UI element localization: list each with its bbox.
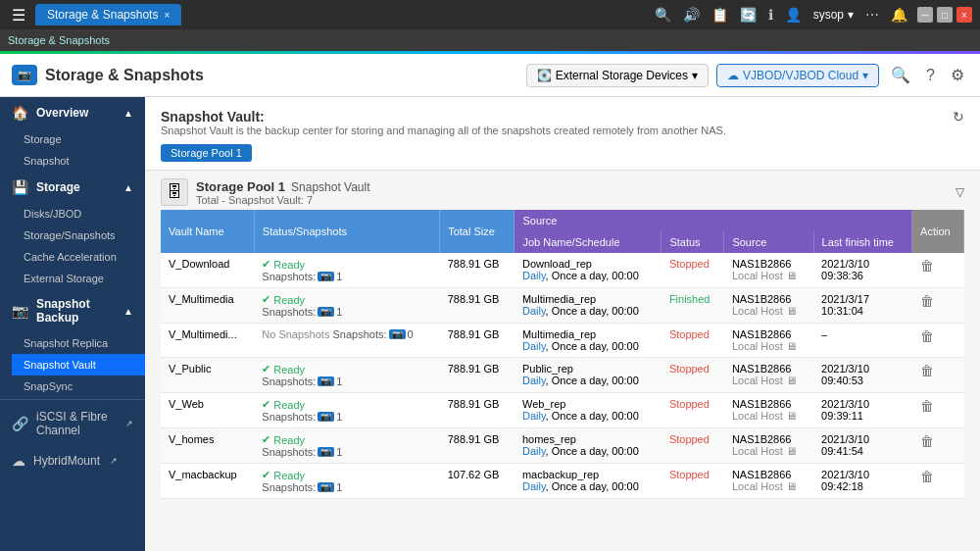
- status-cell: ✔ Ready Snapshots: 📷 1: [254, 288, 439, 324]
- vault-name-cell: V_macbackup: [161, 464, 254, 499]
- delete-icon[interactable]: 🗑: [920, 328, 934, 344]
- sidebar-item-snapshot-vault[interactable]: Snapshot Vault: [12, 354, 145, 376]
- vault-name-cell: V_homes: [161, 428, 254, 464]
- sidebar-item-cache-acceleration[interactable]: Cache Acceleration: [12, 246, 145, 268]
- delete-icon[interactable]: 🗑: [920, 258, 934, 274]
- delete-icon[interactable]: 🗑: [920, 433, 934, 449]
- job-status-cell: Finished: [662, 288, 724, 324]
- overview-label: Overview: [36, 106, 88, 120]
- vault-name-cell: V_Public: [161, 358, 254, 393]
- last-finish-date: 2021/3/10: [821, 258, 904, 270]
- volume-icon[interactable]: 🔊: [683, 7, 700, 23]
- search-button[interactable]: 🔍: [887, 62, 914, 88]
- user-info: sysop ▾: [813, 8, 854, 22]
- total-size-cell: 788.91 GB: [440, 253, 514, 288]
- sidebar-overview-items: Storage Snapshot: [0, 128, 145, 172]
- sidebar-item-hybridmount[interactable]: ☁ HybridMount ↗: [0, 445, 145, 476]
- schedule: Daily, Once a day, 00:00: [522, 445, 654, 457]
- snapshot-count: Snapshots: 📷 1: [262, 306, 342, 318]
- user-icon[interactable]: 👤: [785, 7, 802, 23]
- app-title: Storage & Snapshots: [45, 67, 526, 84]
- last-finish-time: 10:31:04: [821, 305, 904, 317]
- job-name-cell: Public_rep Daily, Once a day, 00:00: [514, 358, 662, 393]
- user-dropdown-icon[interactable]: ▾: [848, 8, 854, 22]
- snapsync-label: SnapSync: [24, 380, 73, 392]
- snapshot-count: Snapshots: 📷 1: [262, 446, 342, 458]
- table-row: V_Multimedia ✔ Ready Snapshots: 📷 1 788.…: [161, 288, 964, 324]
- source-nas: NAS1B2866: [732, 258, 806, 270]
- source-type: Local Host 🖥: [732, 375, 806, 386]
- data-table: Vault Name Status/Snapshots Total Size S…: [161, 210, 964, 499]
- job-name-cell: Web_rep Daily, Once a day, 00:00: [514, 393, 662, 428]
- copy-icon[interactable]: 📋: [711, 7, 728, 23]
- delete-icon[interactable]: 🗑: [920, 363, 934, 378]
- source-nas: NAS1B2866: [732, 328, 806, 340]
- schedule: Daily, Once a day, 00:00: [522, 410, 654, 422]
- job-name: Multimedia_rep: [522, 328, 654, 340]
- delete-icon[interactable]: 🗑: [920, 398, 934, 414]
- sidebar-item-storage-snapshots[interactable]: Storage/Snapshots: [12, 225, 145, 246]
- source-cell: NAS1B2866 Local Host 🖥: [724, 358, 813, 393]
- sidebar-section-snapshot-backup[interactable]: 📷 Snapshot Backup ▲: [0, 289, 145, 332]
- notifications-icon[interactable]: 🔔: [891, 7, 907, 23]
- search-icon[interactable]: 🔍: [655, 7, 671, 23]
- sidebar-item-iscsi[interactable]: 🔗 iSCSI & Fibre Channel ↗: [0, 402, 145, 445]
- refresh-button[interactable]: ↻: [953, 109, 964, 125]
- content-header: Snapshot Vault: ↻ Snapshot Vault is the …: [145, 97, 980, 171]
- storage-icon: 💾: [12, 179, 28, 195]
- last-finish-cell: 2021/3/10 09:39:11: [813, 393, 911, 428]
- storage-expand-icon: ▲: [123, 182, 133, 193]
- sidebar-item-snapshot[interactable]: Snapshot: [12, 150, 145, 172]
- menu-icon[interactable]: ☰: [8, 4, 29, 26]
- snapshot-count: Snapshots: 📷 1: [262, 271, 342, 282]
- job-status-cell: Stopped: [662, 253, 724, 288]
- cloud-button[interactable]: ☁ VJBOD/VJBOD Cloud ▾: [716, 64, 879, 87]
- sidebar-item-storage[interactable]: Storage: [12, 128, 145, 150]
- sidebar-snapshot-backup-items: Snapshot Replica Snapshot Vault SnapSync: [0, 332, 145, 397]
- snapshot-backup-expand-icon: ▲: [123, 306, 133, 317]
- help-button[interactable]: ?: [922, 63, 939, 88]
- sidebar-item-external-storage[interactable]: External Storage: [12, 268, 145, 289]
- snapshot-label: Snapshot: [24, 155, 69, 167]
- external-storage-button[interactable]: 💽 External Storage Devices ▾: [526, 64, 709, 87]
- tab-close-icon[interactable]: ×: [164, 10, 170, 21]
- more-icon[interactable]: ⋯: [865, 7, 879, 23]
- source-type: Local Host 🖥: [732, 305, 806, 317]
- sidebar-item-snapshot-replica[interactable]: Snapshot Replica: [12, 332, 145, 354]
- sync-icon[interactable]: 🔄: [740, 7, 757, 23]
- cloud-icon: ☁: [727, 69, 739, 82]
- action-cell: 🗑: [912, 428, 964, 464]
- sidebar-section-overview[interactable]: 🏠 Overview ▲: [0, 97, 145, 128]
- schedule: Daily, Once a day, 00:00: [522, 375, 654, 386]
- minimize-button[interactable]: ─: [917, 7, 933, 23]
- col-source-group: Source: [514, 210, 912, 231]
- schedule: Daily, Once a day, 00:00: [522, 480, 654, 492]
- status-ready: ✔ Ready: [262, 469, 431, 481]
- last-finish-date: 2021/3/10: [821, 398, 904, 410]
- sidebar-item-disks-jbod[interactable]: Disks/JBOD: [12, 203, 145, 225]
- last-finish-time: 09:41:54: [821, 445, 904, 457]
- total-size-cell: 788.91 GB: [440, 288, 514, 324]
- source-type: Local Host 🖥: [732, 445, 806, 457]
- breadcrumb[interactable]: Storage & Snapshots: [8, 34, 110, 46]
- sidebar-section-storage[interactable]: 💾 Storage ▲: [0, 172, 145, 203]
- delete-icon[interactable]: 🗑: [920, 293, 934, 309]
- job-status-cell: Stopped: [662, 393, 724, 428]
- maximize-button[interactable]: □: [937, 7, 953, 23]
- status-cell: No Snapshots Snapshots: 📷 0: [254, 324, 439, 358]
- delete-icon[interactable]: 🗑: [920, 469, 934, 484]
- status-cell: ✔ Ready Snapshots: 📷 1: [254, 393, 439, 428]
- info-icon[interactable]: ℹ: [768, 7, 773, 23]
- title-bar: ☰ Storage & Snapshots × 🔍 🔊 📋 🔄 ℹ 👤 syso…: [0, 0, 980, 29]
- action-cell: 🗑: [912, 324, 964, 358]
- pool-tab[interactable]: Storage Pool 1: [161, 144, 252, 162]
- filter-icon[interactable]: ▽: [956, 185, 964, 199]
- sidebar-item-snapsync[interactable]: SnapSync: [12, 376, 145, 397]
- app-tab[interactable]: Storage & Snapshots ×: [35, 4, 181, 25]
- settings-button[interactable]: ⚙: [947, 62, 968, 88]
- source-nas: NAS1B2866: [732, 433, 806, 445]
- last-finish-date: 2021/3/10: [821, 433, 904, 445]
- job-status-cell: Stopped: [662, 428, 724, 464]
- pool-icon: 🗄: [161, 178, 188, 206]
- close-button[interactable]: ×: [956, 7, 972, 23]
